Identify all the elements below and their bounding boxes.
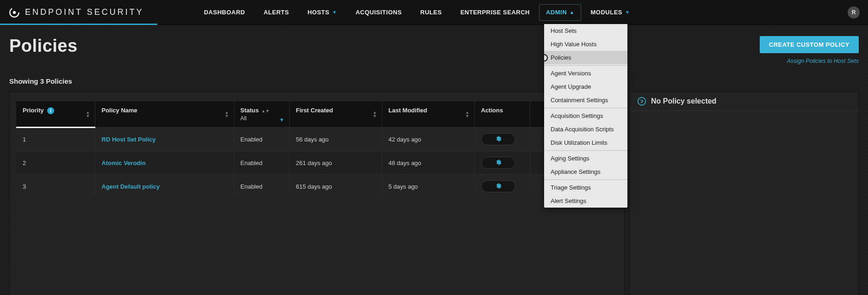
gear-icon	[495, 135, 502, 143]
admin-menu-item-high-value-hosts[interactable]: High Value Hosts	[544, 37, 627, 51]
admin-menu-item-aging-settings[interactable]: Aging Settings	[544, 152, 627, 165]
table-row[interactable]: 2Atomic VerodinEnabled261 days ago48 day…	[16, 151, 618, 175]
assign-policies-link[interactable]: Assign Policies to Host Sets	[760, 58, 859, 64]
nav-item-enterprise-search[interactable]: ENTERPRISE SEARCH	[451, 0, 539, 25]
chevron-up-icon: ▲	[570, 10, 574, 15]
gear-icon	[495, 159, 502, 167]
col-header-priority-label: Priority	[23, 107, 44, 114]
chevron-down-icon: ▼	[332, 10, 337, 15]
menu-separator	[544, 150, 627, 151]
admin-menu-item-acquisition-settings[interactable]: Acquisition Settings	[544, 109, 627, 123]
menu-separator	[544, 179, 627, 180]
cell-last-modified: 48 days ago	[382, 151, 474, 175]
brand-text: ENDPOINT SECURITY	[25, 7, 144, 17]
admin-menu-item-alert-settings[interactable]: Alert Settings	[544, 194, 627, 208]
cell-actions	[474, 175, 530, 198]
nav-item-label: RULES	[420, 9, 442, 16]
cell-priority: 2	[16, 151, 95, 175]
nav-item-alerts[interactable]: ALERTS	[254, 0, 298, 25]
row-actions-button[interactable]	[481, 180, 515, 192]
avatar[interactable]: R	[848, 6, 860, 18]
top-nav: ENDPOINT SECURITY DASHBOARDALERTSHOSTS▼A…	[0, 0, 868, 25]
cell-first-created: 56 days ago	[289, 128, 382, 151]
admin-menu-item-policies[interactable]: Policies	[544, 51, 627, 64]
cell-status: Enabled	[234, 151, 289, 175]
policy-name-link[interactable]: Atomic Verodin	[102, 160, 146, 166]
cell-actions	[474, 128, 530, 151]
brand: ENDPOINT SECURITY	[8, 6, 144, 18]
admin-dropdown: Host SetsHigh Value HostsPoliciesAgent V…	[544, 24, 627, 208]
detail-header: No Policy selected	[630, 92, 858, 111]
nav-item-label: ADMIN	[546, 9, 567, 16]
admin-menu-item-agent-versions[interactable]: Agent Versions	[544, 67, 627, 80]
nav-item-admin[interactable]: ADMIN▲	[539, 4, 582, 21]
sort-icon: ▲▼	[261, 109, 270, 113]
admin-menu-item-host-sets[interactable]: Host Sets	[544, 24, 627, 37]
cell-priority: 3	[16, 175, 95, 198]
cell-actions	[474, 151, 530, 175]
sort-icon[interactable]: ▲▼	[86, 111, 90, 118]
table-row[interactable]: 3Agent Default policyEnabled615 days ago…	[16, 175, 618, 198]
policy-detail-pane: No Policy selected	[629, 92, 859, 295]
table-row[interactable]: 1RD Host Set PolicyEnabled56 days ago42 …	[16, 128, 618, 151]
arrow-circle-right-icon	[637, 97, 646, 106]
brand-logo-icon	[8, 6, 20, 18]
nav-item-label: HOSTS	[308, 9, 329, 16]
gear-icon	[495, 183, 502, 191]
sort-icon[interactable]: ▲▼	[465, 111, 470, 118]
header-right: CREATE CUSTOM POLICY Assign Policies to …	[760, 36, 859, 64]
policy-name-link[interactable]: RD Host Set Policy	[102, 136, 156, 143]
col-header-status[interactable]: Status ▲▼ All ▼	[234, 101, 289, 128]
policy-table-pane: Priority i ▲▼ Policy Name ▲▼ Status ▲▼ A…	[9, 92, 625, 295]
row-actions-button[interactable]	[481, 133, 515, 145]
content-split: Priority i ▲▼ Policy Name ▲▼ Status ▲▼ A…	[9, 92, 859, 295]
nav-item-modules[interactable]: MODULES▼	[581, 0, 639, 25]
admin-menu-item-data-acquisition-scripts[interactable]: Data Acquisition Scripts	[544, 123, 627, 136]
nav-item-label: MODULES	[590, 9, 622, 16]
svg-point-1	[13, 11, 16, 14]
col-header-actions-label: Actions	[481, 107, 503, 114]
cell-priority: 1	[16, 128, 95, 151]
page-body: Policies CREATE CUSTOM POLICY Assign Pol…	[0, 25, 868, 295]
page-title: Policies	[9, 36, 78, 56]
nav-item-dashboard[interactable]: DASHBOARD	[195, 0, 254, 25]
cell-policy-name: Agent Default policy	[95, 175, 234, 198]
menu-separator	[544, 108, 627, 108]
admin-menu-item-containment-settings[interactable]: Containment Settings	[544, 93, 627, 107]
info-icon[interactable]: i	[47, 107, 54, 114]
menu-separator	[544, 65, 627, 66]
detail-title: No Policy selected	[651, 97, 716, 105]
cell-status: Enabled	[234, 128, 289, 151]
admin-menu-item-appliance-settings[interactable]: Appliance Settings	[544, 165, 627, 178]
nav-item-acquisitions[interactable]: ACQUISITIONS	[346, 0, 411, 25]
col-header-modified[interactable]: Last Modified ▲▼	[382, 101, 474, 128]
col-header-created[interactable]: First Created ▲▼	[289, 101, 382, 128]
create-custom-policy-button[interactable]: CREATE CUSTOM POLICY	[760, 36, 859, 53]
nav-item-label: DASHBOARD	[204, 9, 245, 16]
nav-item-hosts[interactable]: HOSTS▼	[298, 0, 347, 25]
col-header-name-label: Policy Name	[102, 107, 137, 114]
cell-policy-name: RD Host Set Policy	[95, 128, 234, 151]
status-filter-value: All	[241, 115, 283, 122]
col-header-status-label: Status	[241, 107, 259, 114]
sort-icon[interactable]: ▲▼	[373, 111, 377, 118]
policy-count-line: Showing 3 Policies	[9, 77, 859, 85]
col-header-modified-label: Last Modified	[389, 107, 428, 114]
col-header-priority[interactable]: Priority i ▲▼	[16, 101, 95, 128]
col-header-name[interactable]: Policy Name ▲▼	[95, 101, 234, 128]
policy-name-link[interactable]: Agent Default policy	[102, 183, 160, 190]
cell-status: Enabled	[234, 175, 289, 198]
cell-first-created: 615 days ago	[289, 175, 382, 198]
cell-policy-name: Atomic Verodin	[95, 151, 234, 175]
admin-menu-item-disk-utilization-limits[interactable]: Disk Utilization Limits	[544, 136, 627, 149]
sort-icon[interactable]: ▲▼	[225, 111, 229, 118]
page-header: Policies CREATE CUSTOM POLICY Assign Pol…	[9, 36, 859, 64]
svg-point-2	[638, 98, 646, 105]
cell-last-modified: 42 days ago	[382, 128, 474, 151]
nav-item-label: ENTERPRISE SEARCH	[460, 9, 530, 16]
chevron-down-icon[interactable]: ▼	[279, 117, 285, 123]
admin-menu-item-agent-upgrade[interactable]: Agent Upgrade	[544, 80, 627, 93]
row-actions-button[interactable]	[481, 157, 515, 169]
admin-menu-item-triage-settings[interactable]: Triage Settings	[544, 181, 627, 194]
nav-item-rules[interactable]: RULES	[411, 0, 451, 25]
